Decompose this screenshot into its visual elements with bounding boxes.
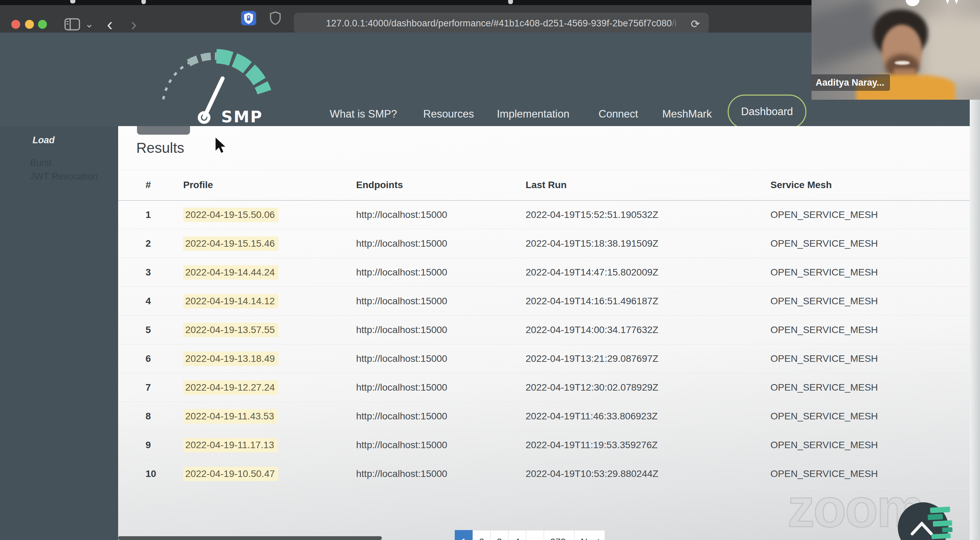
webcam-tile[interactable]: Aaditya Naray... <box>811 0 980 100</box>
cell-profile: 2022-04-19-11.17.13 <box>183 431 356 459</box>
collapse-fab[interactable] <box>893 500 980 540</box>
results-row: 12022-04-19-15.50.06http://localhost:150… <box>118 201 972 229</box>
results-row: 72022-04-19-12.27.24http://localhost:150… <box>118 373 972 402</box>
privacy-shield-extension-icon[interactable] <box>241 9 256 26</box>
nav-item-meshmark[interactable]: MeshMark <box>662 106 712 122</box>
cell-last-run: 2022-04-19T11:46:33.806923Z <box>526 402 770 431</box>
cell-endpoint: http://localhost:15000 <box>356 344 526 373</box>
pagination-page-3[interactable]: 3 <box>490 530 509 540</box>
cell-profile: 2022-04-19-12.27.24 <box>183 373 356 402</box>
back-button[interactable]: ‹ <box>107 17 113 32</box>
results-row: 52022-04-19-13.57.55http://localhost:150… <box>118 315 972 344</box>
cell-number: 4 <box>118 287 183 315</box>
pagination-page-…[interactable]: … <box>526 530 544 540</box>
reload-icon[interactable]: ⟳ <box>690 18 700 30</box>
person-smile <box>895 61 910 65</box>
cutoff-text-fragment <box>142 0 146 4</box>
nav-item-connect[interactable]: Connect <box>598 106 638 122</box>
cell-number: 7 <box>118 373 183 402</box>
cutoff-text-fragment <box>508 0 513 4</box>
profile-highlight[interactable]: 2022-04-19-15.50.06 <box>183 208 278 222</box>
results-row: 22022-04-19-15.15.46http://localhost:150… <box>118 229 972 258</box>
cell-profile: 2022-04-19-14.44.24 <box>183 258 356 287</box>
smp-logo-text: SMP <box>221 108 263 126</box>
sidebar-toggle-icon[interactable] <box>64 18 80 30</box>
results-table-head: #ProfileEndpointsLast RunService Mesh <box>118 170 972 201</box>
mouse-cursor <box>215 137 229 156</box>
pagination-page-2[interactable]: 2 <box>473 530 491 540</box>
cell-number: 3 <box>118 258 183 287</box>
participant-name: Aaditya Naray... <box>816 77 885 88</box>
profile-highlight[interactable]: 2022-04-19-11.43.53 <box>183 409 277 424</box>
vertical-scrollbar[interactable] <box>970 100 980 540</box>
cell-service-mesh: OPEN_SERVICE_MESH <box>770 315 972 344</box>
cell-endpoint: http://localhost:15000 <box>356 258 526 287</box>
cell-last-run: 2022-04-19T14:16:51.496187Z <box>526 287 770 315</box>
sidebar-item-load[interactable]: Load <box>33 135 55 146</box>
results-row: 32022-04-19-14.44.24http://localhost:150… <box>118 258 972 287</box>
pagination-next-button[interactable]: Next <box>574 530 605 540</box>
cell-endpoint: http://localhost:15000 <box>356 373 526 402</box>
cell-service-mesh: OPEN_SERVICE_MESH <box>770 287 972 315</box>
pagination-page-1[interactable]: 1 <box>455 530 473 540</box>
page-title: Results <box>136 140 184 156</box>
cell-endpoint: http://localhost:15000 <box>356 201 526 229</box>
cell-number: 1 <box>118 201 183 229</box>
close-window-button[interactable] <box>11 20 20 29</box>
smp-speedometer-logo[interactable]: SMP <box>151 46 284 127</box>
pagination: 1234…272Next <box>455 530 605 540</box>
forward-button[interactable]: › <box>131 17 137 32</box>
nav-item-dashboard[interactable]: Dashboard <box>728 95 807 129</box>
profile-highlight[interactable]: 2022-04-19-13.18.49 <box>183 352 278 366</box>
cell-endpoint: http://localhost:15000 <box>356 287 526 315</box>
sidebar-item-burst[interactable]: Burst <box>30 158 52 168</box>
cell-last-run: 2022-04-19T14:00:34.177632Z <box>526 315 770 344</box>
profile-highlight[interactable]: 2022-04-19-15.15.46 <box>183 236 278 251</box>
nav-item-what-is-smp[interactable]: What is SMP? <box>330 106 397 122</box>
column-header-service-mesh: Service Mesh <box>770 170 972 201</box>
cutoff-text-fragment <box>70 0 75 3</box>
address-bar[interactable]: 127.0.0.1:4000/dashboard/performance/#41… <box>294 13 709 34</box>
cell-number: 9 <box>118 431 183 459</box>
results-row: 92022-04-19-11.17.13http://localhost:150… <box>118 431 972 459</box>
chevron-down-icon[interactable]: ⌄ <box>85 19 94 29</box>
column-header-profile: Profile <box>183 170 356 201</box>
results-header-row: #ProfileEndpointsLast RunService Mesh <box>118 170 972 201</box>
cell-number: 2 <box>118 229 183 258</box>
sidebar-item-jwt-revocation[interactable]: JWT Revocation <box>30 171 98 182</box>
pagination-page-272[interactable]: 272 <box>544 530 574 540</box>
cell-service-mesh: OPEN_SERVICE_MESH <box>770 402 972 431</box>
cell-service-mesh: OPEN_SERVICE_MESH <box>770 344 972 373</box>
cell-number: 5 <box>118 315 183 344</box>
cell-profile: 2022-04-19-13.18.49 <box>183 344 356 373</box>
dashboard-sidebar: Load Burst JWT Revocation <box>0 126 118 540</box>
profile-highlight[interactable]: 2022-04-19-12.27.24 <box>183 380 278 395</box>
cell-last-run: 2022-04-19T11:19:53.359276Z <box>526 431 770 459</box>
horizontal-scrollbar[interactable] <box>118 536 382 540</box>
cell-endpoint: http://localhost:15000 <box>356 459 526 488</box>
cutoff-overlay-mark <box>953 0 959 4</box>
cell-profile: 2022-04-19-15.15.46 <box>183 229 356 258</box>
cell-profile: 2022-04-19-15.50.06 <box>183 201 356 229</box>
scrolled-tab-stub[interactable] <box>137 126 190 135</box>
shield-extension-icon[interactable] <box>268 10 283 26</box>
profile-highlight[interactable]: 2022-04-19-13.57.55 <box>183 323 278 337</box>
profile-highlight[interactable]: 2022-04-19-11.17.13 <box>183 438 277 452</box>
cell-profile: 2022-04-19-14.14.12 <box>183 287 356 315</box>
profile-highlight[interactable]: 2022-04-19-14.44.24 <box>183 265 278 280</box>
profile-highlight[interactable]: 2022-04-19-14.14.12 <box>183 294 278 308</box>
cell-number: 10 <box>118 459 183 488</box>
results-row: 42022-04-19-14.14.12http://localhost:150… <box>118 287 972 315</box>
column-header-last-run: Last Run <box>526 170 770 201</box>
cell-number: 8 <box>118 402 183 431</box>
nav-item-implementation[interactable]: Implementation <box>497 106 570 122</box>
results-table: #ProfileEndpointsLast RunService Mesh 12… <box>118 170 972 488</box>
maximize-window-button[interactable] <box>38 20 47 29</box>
screen: ⌄ ‹ › 127.0.0.1:4000/dashboard/performan… <box>0 0 980 540</box>
nav-item-resources[interactable]: Resources <box>423 106 474 122</box>
pagination-page-4[interactable]: 4 <box>508 530 526 540</box>
cell-last-run: 2022-04-19T12:30:02.078929Z <box>526 373 770 402</box>
column-header-endpoints: Endpoints <box>356 170 526 201</box>
profile-highlight[interactable]: 2022-04-19-10.50.47 <box>183 467 278 481</box>
minimize-window-button[interactable] <box>25 20 34 29</box>
